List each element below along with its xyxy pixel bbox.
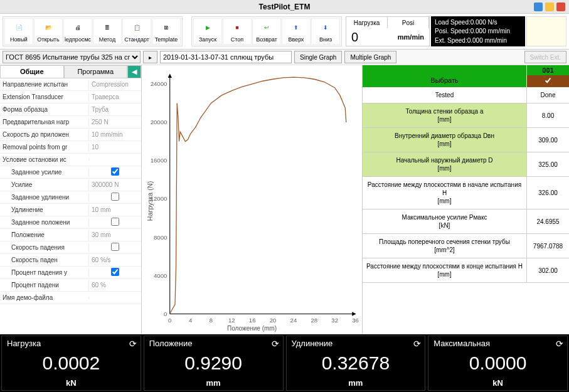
readout-label-posi[interactable]: Posi (388, 17, 429, 28)
param-row: Скорость паден60 %/s (0, 254, 141, 267)
param-value[interactable]: Траверса (88, 92, 141, 102)
tab-common[interactable]: Общие (0, 65, 64, 78)
left-panel: Общие Программа ◀ Направление испытанCom… (0, 65, 142, 334)
x-axis-label: Положение (mm) (227, 325, 277, 332)
param-value[interactable]: Compression (88, 80, 141, 89)
result-label: Площадь поперечного сечения стенки трубы… (363, 234, 526, 258)
refresh-icon[interactable]: ⟳ (272, 339, 279, 349)
readout-title: Удлинение (292, 339, 420, 348)
results-col-header: 001 (526, 65, 569, 75)
param-checkbox[interactable] (111, 193, 119, 201)
result-value: 325.00 (526, 152, 569, 176)
method-button[interactable]: ≣Метод (93, 18, 122, 45)
open-button[interactable]: 📂Открыть (34, 18, 63, 45)
close-icon[interactable] (556, 3, 565, 11)
param-value[interactable]: 60 %/s (88, 255, 141, 265)
param-label: Направление испытан (0, 80, 88, 89)
multiple-graph-button[interactable]: Multiple Graph (344, 51, 396, 63)
param-label: Скорость до приложен (0, 130, 88, 139)
param-value[interactable]: 10 (88, 142, 141, 152)
load-speed: Load Speed:0.000 N/s (435, 19, 521, 26)
refresh-icon[interactable]: ⟳ (556, 339, 563, 349)
readout-value: 0.32678 (292, 348, 420, 378)
param-label: Процент падени (0, 280, 88, 290)
document-icon: 📄 (11, 20, 26, 35)
param-row: Процент падени60 % (0, 279, 141, 292)
param-row: Удлинение10 mm (0, 204, 141, 216)
param-row: Условие остановки ис (0, 154, 141, 166)
results-panel: 001 Выбрать Tested Done Толщина стенки о… (362, 65, 569, 334)
up-button[interactable]: ⬆Вверх (282, 18, 311, 45)
param-value[interactable]: 10 mm (88, 205, 141, 215)
readout-box: Положение⟳0.9290mm (144, 336, 284, 391)
chart-svg: 0400080001200016000200002400004812162024… (144, 70, 359, 332)
refresh-icon[interactable]: ⟳ (129, 339, 137, 349)
refresh-icon[interactable]: ⟳ (413, 339, 421, 349)
standard-select[interactable]: ГОСТ 8695 Испытание трубы 325 на сплющив… (3, 51, 141, 63)
param-checkbox[interactable] (111, 167, 119, 176)
param-label: Removal points from gr (0, 142, 88, 152)
play-icon: ▶ (200, 20, 215, 35)
folder-icon: 📂 (41, 20, 56, 35)
readout-value: 0.0002 (7, 348, 136, 378)
standard-button[interactable]: 📋Стандарт (122, 18, 151, 45)
param-value[interactable]: Труба (88, 105, 141, 114)
stop-button[interactable]: ■Стоп (223, 18, 252, 45)
switch-ext-button[interactable]: Switch Ext. (524, 51, 566, 63)
titlebar: TestPilot_ETM (0, 0, 569, 14)
tab-go-button[interactable]: ◀ (127, 65, 141, 78)
param-value[interactable]: 30 mm (88, 230, 141, 240)
svg-text:12: 12 (228, 317, 235, 324)
param-checkbox[interactable] (111, 243, 119, 251)
preview-button[interactable]: 🖨іедпросмс (63, 18, 92, 45)
tab-program[interactable]: Программа (64, 65, 128, 78)
param-checkbox[interactable] (111, 218, 119, 226)
svg-text:4: 4 (189, 317, 193, 324)
minimize-icon[interactable] (534, 3, 543, 11)
param-value[interactable]: 250 N (88, 117, 141, 127)
param-row: Заданное удлинени (0, 191, 141, 204)
main-toolbar: 📄Новый 📂Открыть 🖨іедпросмс ≣Метод 📋Станд… (0, 14, 569, 50)
param-label: Заданное усилие (0, 167, 88, 177)
result-value: 8.00 (526, 103, 569, 127)
param-label: Скорость падения (0, 243, 88, 252)
svg-text:4000: 4000 (154, 272, 168, 279)
param-row: Скорость падения (0, 241, 141, 254)
svg-text:28: 28 (311, 317, 317, 324)
ext-speed: Ext. Speed:0.000 mm/min (435, 37, 521, 44)
readout-title: Нагрузка (7, 339, 136, 348)
maximize-icon[interactable] (545, 3, 554, 11)
params-list: Направление испытанCompressionExtension … (0, 78, 141, 334)
result-label: Толщина стенки образца a[mm] (363, 103, 526, 127)
readout-unit: mm (149, 378, 278, 388)
param-value[interactable]: 60 % (88, 280, 141, 290)
param-value[interactable] (88, 297, 141, 299)
readout-value[interactable]: 0 (346, 30, 398, 45)
param-checkbox[interactable] (111, 268, 119, 276)
up-arrow-icon: ⬆ (289, 20, 304, 35)
app-title: TestPilot_ETM (259, 3, 311, 11)
second-toolbar: ГОСТ 8695 Испытание трубы 325 на сплющив… (0, 50, 569, 65)
readout-unit: mm (292, 378, 420, 388)
result-row: Толщина стенки образца a[mm]8.00 (363, 103, 569, 128)
template-button[interactable]: 🗎Template (152, 18, 181, 45)
chart-area: 0400080001200016000200002400004812162024… (142, 65, 569, 334)
bottom-readouts: Нагрузка⟳0.0002kNПоложение⟳0.9290mmУдлин… (0, 334, 569, 392)
param-row: Removal points from gr10 (0, 141, 141, 154)
select-checkbox[interactable] (544, 77, 552, 85)
param-value[interactable]: 10 mm/min (88, 130, 141, 139)
test-name-input[interactable] (160, 51, 292, 63)
param-value[interactable]: 300000 N (88, 180, 141, 189)
param-value[interactable] (88, 159, 141, 161)
standard-run-button[interactable]: ▸ (143, 51, 157, 63)
start-button[interactable]: ▶Запуск (193, 18, 222, 45)
sheet-icon: 📋 (129, 20, 144, 35)
down-arrow-icon: ⬇ (318, 20, 333, 35)
new-button[interactable]: 📄Новый (4, 18, 33, 45)
readout-box: Нагрузка⟳0.0002kN (1, 336, 141, 391)
tested-value: Done (526, 87, 569, 103)
down-button[interactable]: ⬇Вниз (311, 18, 340, 45)
result-row: Площадь поперечного сечения стенки трубы… (363, 234, 569, 258)
single-graph-button[interactable]: Single Graph (294, 51, 342, 63)
return-button[interactable]: ↩Возврат (252, 18, 281, 45)
